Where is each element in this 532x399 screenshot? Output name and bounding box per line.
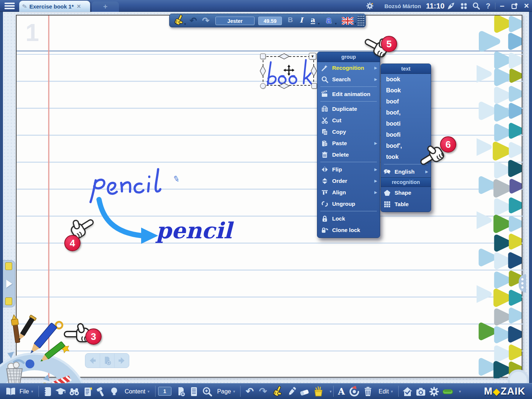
submenu-arrow-icon: ▶ <box>374 77 377 81</box>
file-menu[interactable]: File▼ <box>18 383 35 399</box>
menu-item-ungroup[interactable]: Ungroup <box>317 198 380 209</box>
redo-icon[interactable]: ↷ <box>256 383 270 399</box>
selection-handle-bottom-right[interactable] <box>311 83 317 89</box>
menu-item-recognition[interactable]: Recognition ▶ <box>317 62 380 74</box>
main-menu-icon[interactable] <box>3 1 16 10</box>
underline-button[interactable]: a <box>311 16 315 24</box>
menu-item-delete[interactable]: Delete <box>317 149 380 160</box>
zoom-icon[interactable] <box>200 383 214 399</box>
font-name-field[interactable]: Jester <box>215 17 255 25</box>
search-icon[interactable] <box>471 0 482 12</box>
pointer-tool-button[interactable]: ▼ <box>173 15 186 26</box>
add-page-side-icon[interactable] <box>5 262 12 270</box>
suggestion-book-cap[interactable]: Book <box>381 85 431 96</box>
home-check-icon[interactable] <box>400 383 415 399</box>
menu-item-paste[interactable]: Paste ▶ <box>317 137 380 149</box>
flag-caret-icon[interactable]: ▼ <box>354 22 357 25</box>
menu-item-shape[interactable]: Shape <box>381 187 431 198</box>
selection-handle-top-left[interactable] <box>260 54 266 59</box>
menu-item-duplicate[interactable]: Duplicate <box>317 103 380 115</box>
selection-handle-top-center[interactable] <box>279 53 290 59</box>
bold-button[interactable]: B <box>288 16 293 24</box>
pen-tool-icon[interactable] <box>285 383 299 399</box>
page-number-field[interactable]: 1 <box>158 387 171 396</box>
selection-handle-mid-right[interactable] <box>311 65 317 76</box>
font-color-button[interactable]: a <box>326 15 331 25</box>
document-bookmark-icon[interactable] <box>81 383 95 399</box>
text-tool-button[interactable]: A <box>335 383 347 399</box>
tab-close-icon[interactable]: ✕ <box>76 3 81 9</box>
toolbar-grip-icon[interactable] <box>357 15 365 26</box>
tab-exercise-book[interactable]: ✎ Exercise book 1* ✕ <box>19 1 90 12</box>
selection-handle-bottom-left[interactable] <box>260 83 266 89</box>
play-side-icon[interactable] <box>6 280 12 288</box>
menu-item-search[interactable]: Search ▶ <box>317 74 380 85</box>
new-tab-button[interactable]: + <box>92 1 119 12</box>
selection-handle-mid-left[interactable] <box>260 65 266 76</box>
next-page-button[interactable] <box>115 354 129 368</box>
user-name[interactable]: Bozsó Márton <box>381 0 425 12</box>
undo-icon[interactable]: ↶ <box>190 16 197 26</box>
trash-tool-icon[interactable] <box>361 383 375 399</box>
graduation-cap-icon[interactable] <box>54 383 67 399</box>
rotate-tool-icon[interactable] <box>347 383 361 399</box>
board-device-icon[interactable] <box>440 383 455 399</box>
add-page-icon[interactable] <box>174 383 188 399</box>
page-list-icon[interactable] <box>188 383 200 399</box>
apps-grid-icon[interactable] <box>458 0 469 12</box>
settings-tool-icon[interactable] <box>427 383 441 399</box>
clone-lock-icon <box>321 226 329 234</box>
font-size-field[interactable]: 49.59 <box>258 17 282 25</box>
suggestion-boofi[interactable]: boofi <box>381 129 431 140</box>
selection-dropdown-button[interactable]: ▼ <box>309 53 316 59</box>
menu-item-copy[interactable]: Copy <box>317 126 380 137</box>
clock: 11:10 <box>424 0 446 12</box>
menu-item-order[interactable]: Order ▶ <box>317 175 380 187</box>
redo-icon[interactable]: ↷ <box>202 16 209 26</box>
underline-caret-icon[interactable]: ▼ <box>317 22 320 25</box>
device-caret-icon[interactable]: ▼ <box>457 383 463 399</box>
menu-item-lock[interactable]: Lock <box>317 213 380 224</box>
eraser-icon[interactable] <box>298 383 311 399</box>
menu-item-edit-animation[interactable]: Edit animation <box>317 88 380 100</box>
reader-book-icon[interactable] <box>4 383 18 399</box>
language-flag-icon[interactable] <box>342 17 354 25</box>
side-panel-tab[interactable] <box>3 260 15 307</box>
binoculars-icon[interactable] <box>67 383 81 399</box>
content-menu[interactable]: Content▼ <box>122 383 153 399</box>
camera-icon[interactable] <box>414 383 428 399</box>
menu-item-cut[interactable]: Cut <box>317 115 380 126</box>
suggestion-boof-comma[interactable]: boof, <box>381 107 431 118</box>
suggestion-boof[interactable]: boof <box>381 96 431 107</box>
help-icon[interactable]: ? <box>482 0 494 12</box>
menu-item-flip[interactable]: Flip ▶ <box>317 164 380 175</box>
toolbar-divider <box>155 386 156 397</box>
page-menu[interactable]: Page▼ <box>214 383 239 399</box>
recognized-word[interactable]: pencil <box>156 218 232 243</box>
pen-cup-caret-icon[interactable]: ▼ <box>328 383 333 399</box>
pen-cup-icon[interactable] <box>311 383 326 399</box>
edit-menu[interactable]: Edit▼ <box>375 383 398 399</box>
font-color-caret-icon[interactable]: ▼ <box>334 22 337 25</box>
italic-button[interactable]: I <box>300 16 303 24</box>
hand-tool-icon[interactable] <box>270 383 284 399</box>
menu-item-clone-lock[interactable]: Clone lock <box>317 224 380 236</box>
rocket-icon[interactable] <box>446 0 457 12</box>
menu-item-table[interactable]: Table <box>381 198 431 210</box>
suggestion-book[interactable]: book <box>381 74 431 85</box>
lightbulb-icon[interactable] <box>108 383 120 399</box>
close-window-button[interactable]: ✕ <box>521 0 532 12</box>
undo-icon[interactable]: ↶ <box>243 383 256 399</box>
restore-window-button[interactable] <box>509 0 520 12</box>
settings-gear-icon[interactable] <box>364 0 375 12</box>
previous-page-button[interactable] <box>85 354 100 368</box>
tools-hammer-icon[interactable] <box>95 383 108 399</box>
booklet-icon[interactable] <box>41 383 54 399</box>
selection-handle-bottom-center[interactable] <box>279 83 290 89</box>
menu-item-align[interactable]: Align ▶ <box>317 187 380 198</box>
add-page-button[interactable] <box>100 354 115 368</box>
minimize-button[interactable]: – <box>497 0 508 12</box>
move-cursor-icon <box>283 65 294 76</box>
suggestion-booti[interactable]: booti <box>381 118 431 129</box>
clipboard-side-icon[interactable] <box>5 297 12 305</box>
